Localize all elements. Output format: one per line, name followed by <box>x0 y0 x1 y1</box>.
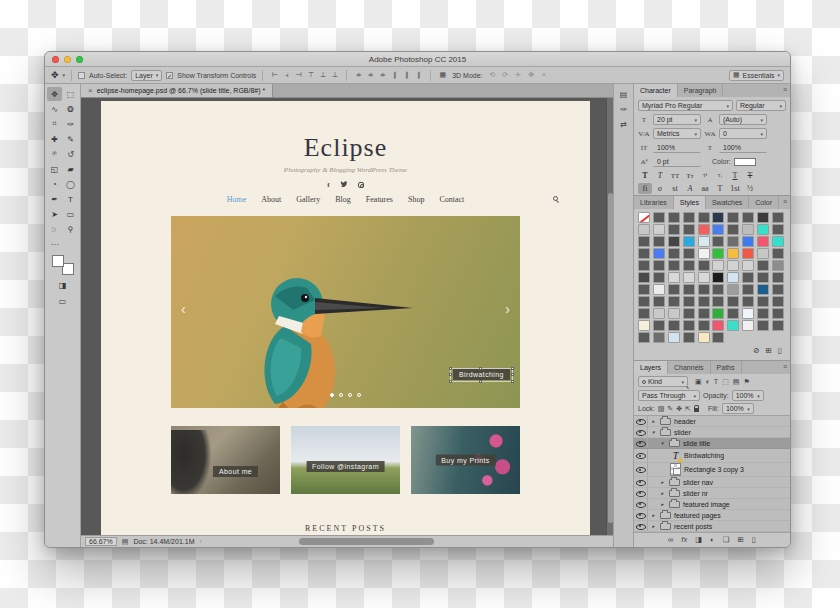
visibility-toggle[interactable] <box>634 438 648 448</box>
transform-selection[interactable]: Birdwatching <box>450 368 513 382</box>
align-vertical-centers-icon[interactable]: ⊥ <box>317 71 328 79</box>
baseline-shift-field[interactable]: 0 pt <box>653 156 701 167</box>
caret-right-icon[interactable]: ▸ <box>652 523 657 529</box>
blend-mode-dropdown[interactable]: Pass Through ▾ <box>638 390 700 401</box>
blur-tool[interactable]: ◔ <box>47 177 62 191</box>
style-swatch[interactable] <box>757 212 769 223</box>
edit-toolbar-button[interactable]: ⋯ <box>47 237 62 251</box>
style-swatch[interactable] <box>742 308 754 319</box>
style-swatch[interactable] <box>683 332 695 343</box>
visibility-toggle[interactable] <box>634 521 648 531</box>
layer-row[interactable]: TBirdwatching <box>634 449 790 463</box>
style-swatch[interactable] <box>638 320 650 331</box>
style-swatch[interactable] <box>653 248 665 259</box>
tab-swatches[interactable]: Swatches <box>706 196 749 209</box>
vertical-scrollbar-thumb[interactable] <box>608 193 613 523</box>
caret-right-icon[interactable]: ▸ <box>661 501 666 507</box>
horizontal-scale-field[interactable]: 100% <box>719 142 767 153</box>
filter-adjustment-layers-icon[interactable]: ◐ <box>706 378 710 386</box>
style-swatch[interactable] <box>638 332 650 343</box>
layer-row[interactable]: Rectangle 3 copy 3 <box>634 463 790 477</box>
link-layers-button[interactable]: ∞ <box>668 535 673 544</box>
delete-style-button[interactable]: ▯ <box>778 346 782 355</box>
transform-handle[interactable] <box>511 373 514 376</box>
style-swatch[interactable] <box>727 320 739 331</box>
zoom-level-field[interactable]: 66.67% <box>85 537 117 546</box>
no-style-swatch[interactable] <box>638 212 650 223</box>
add-layer-mask-button[interactable]: ◨ <box>695 535 702 544</box>
style-swatch[interactable] <box>712 320 724 331</box>
ordinals-button[interactable]: 1st <box>728 183 742 194</box>
style-swatch[interactable] <box>698 296 710 307</box>
style-swatch[interactable] <box>638 284 650 295</box>
visibility-toggle[interactable] <box>634 449 648 462</box>
visibility-toggle[interactable] <box>634 463 648 476</box>
style-swatch[interactable] <box>668 296 680 307</box>
new-group-button[interactable]: ❏ <box>723 535 730 544</box>
titling-alternates-button[interactable]: T <box>713 183 727 194</box>
align-horizontal-centers-icon[interactable]: ⫞ <box>281 71 292 79</box>
layer-row[interactable]: ▸slider nav <box>634 477 790 488</box>
style-swatch[interactable] <box>772 296 784 307</box>
distribute-vertical-centers-icon[interactable]: ≑ <box>365 71 376 79</box>
docked-panel-icon-3[interactable]: ⇄ <box>620 120 627 129</box>
status-chevron-icon[interactable]: › <box>199 538 201 545</box>
lock-position-icon[interactable]: ✥ <box>676 405 682 413</box>
panel-menu-icon[interactable]: ≡ <box>783 198 787 205</box>
screen-mode-button[interactable]: ▭ <box>55 294 70 308</box>
style-swatch[interactable] <box>727 296 739 307</box>
align-left-edges-icon[interactable]: ⊢ <box>269 71 280 79</box>
caret-down-icon[interactable]: ▾ <box>652 429 657 435</box>
contextual-alternates-button[interactable]: σ <box>653 183 667 194</box>
style-swatch[interactable] <box>653 272 665 283</box>
style-swatch[interactable] <box>698 260 710 271</box>
clone-stamp-tool[interactable]: ⍟ <box>47 147 62 161</box>
canvas[interactable]: Eclipse Photography & Blogging WordPress… <box>81 98 613 535</box>
style-swatch[interactable] <box>712 308 724 319</box>
style-swatch[interactable] <box>712 224 724 235</box>
style-swatch[interactable] <box>653 308 665 319</box>
style-swatch[interactable] <box>638 224 650 235</box>
kerning-field[interactable]: Metrics ▾ <box>653 128 701 139</box>
tab-character[interactable]: Character <box>634 84 678 97</box>
stylistic-alternates-button[interactable]: aa <box>698 183 712 194</box>
workspace-switcher-dropdown[interactable]: ▦ Essentials ▾ <box>729 70 784 81</box>
distribute-bottom-edges-icon[interactable]: ≑ <box>377 71 388 79</box>
style-swatch[interactable] <box>727 284 739 295</box>
move-tool[interactable]: ✥ <box>47 87 62 101</box>
dodge-tool[interactable]: ◯ <box>63 177 78 191</box>
text-color-swatch[interactable] <box>734 158 756 166</box>
style-swatch[interactable] <box>683 308 695 319</box>
layer-effects-button[interactable]: fx <box>681 535 687 544</box>
style-swatch[interactable] <box>683 248 695 259</box>
history-brush-tool[interactable]: ↺ <box>63 147 78 161</box>
style-swatch[interactable] <box>742 248 754 259</box>
style-swatch[interactable] <box>668 332 680 343</box>
style-swatch[interactable] <box>653 296 665 307</box>
eyedropper-tool[interactable]: ✑ <box>63 117 78 131</box>
filter-attributes-icon[interactable]: ⚑ <box>743 378 749 386</box>
3d-pan-icon[interactable]: ✛ <box>513 71 524 79</box>
style-swatch[interactable] <box>712 284 724 295</box>
leading-field[interactable]: (Auto) ▾ <box>719 114 767 125</box>
auto-align-icon[interactable]: ▦ <box>437 71 448 79</box>
style-swatch[interactable] <box>772 224 784 235</box>
style-swatch[interactable] <box>668 320 680 331</box>
caret-right-icon[interactable]: ▸ <box>661 479 666 485</box>
layer-row[interactable]: ▸featured image <box>634 499 790 510</box>
style-swatch[interactable] <box>757 284 769 295</box>
style-swatch[interactable] <box>698 308 710 319</box>
pen-tool[interactable]: ✒ <box>47 192 62 206</box>
document-tab[interactable]: × eclipse-homepage.psd @ 66.7% (slide ti… <box>81 84 273 97</box>
transform-handle[interactable] <box>449 367 452 370</box>
caret-right-icon[interactable]: ▸ <box>652 512 657 518</box>
swash-button[interactable]: A <box>683 183 697 194</box>
subscript-button[interactable]: T₁ <box>713 170 727 181</box>
filter-type-layers-icon[interactable]: T <box>714 378 718 386</box>
style-swatch[interactable] <box>772 248 784 259</box>
style-swatch[interactable] <box>742 236 754 247</box>
style-swatch[interactable] <box>742 224 754 235</box>
style-swatch[interactable] <box>638 272 650 283</box>
style-swatch[interactable] <box>712 260 724 271</box>
eraser-tool[interactable]: ◱ <box>47 162 62 176</box>
